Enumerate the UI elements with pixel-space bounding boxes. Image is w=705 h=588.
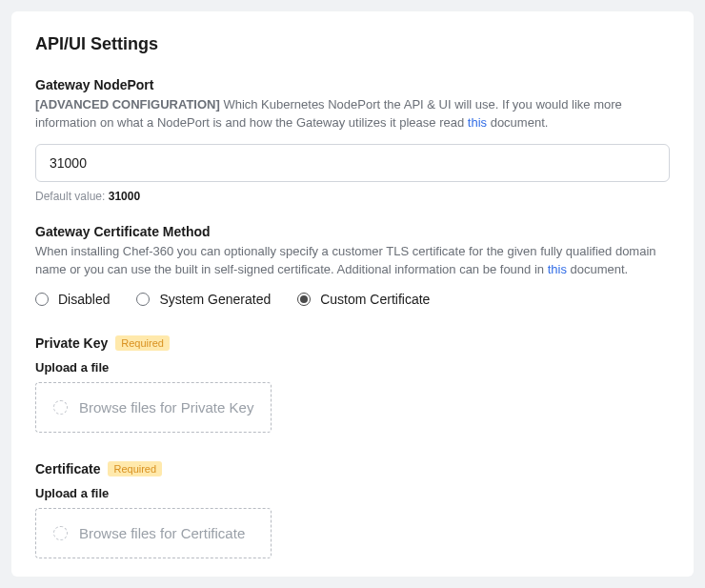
nodeport-input[interactable] [35,144,670,182]
certmethod-doc-link[interactable]: this [548,262,567,276]
nodeport-doc-link[interactable]: this [468,115,487,130]
nodeport-default-hint: Default value: 31000 [35,190,670,203]
radio-disabled[interactable]: Disabled [35,292,110,307]
radio-icon-selected [297,293,311,306]
certificate-header: Certificate Required [35,461,670,476]
certificate-title: Certificate [35,461,100,476]
certmethod-label: Gateway Certificate Method [35,224,670,239]
required-badge: Required [115,335,170,351]
radio-label-system: System Generated [159,292,271,307]
nodeport-section: Gateway NodePort [ADVANCED CONFIGURATION… [35,77,670,203]
private-key-dropzone[interactable]: Browse files for Private Key [35,382,272,433]
certificate-section: Certificate Required Upload a file Brows… [35,461,670,558]
page-title: API/UI Settings [35,34,670,54]
radio-icon [35,293,49,306]
radio-custom-certificate[interactable]: Custom Certificate [297,292,430,307]
default-value: 31000 [109,190,140,203]
upload-label: Upload a file [35,360,670,375]
certmethod-description: When installing Chef-360 you can optiona… [35,243,670,279]
radio-dot-icon [300,295,308,303]
nodeport-desc-part2: document. [487,115,548,130]
nodeport-label: Gateway NodePort [35,77,670,92]
radio-icon [136,293,150,306]
certmethod-desc-part2: document. [567,262,628,276]
required-badge: Required [108,461,162,476]
nodeport-description: [ADVANCED CONFIGURATION] Which Kubernete… [35,96,670,132]
private-key-browse-text: Browse files for Private Key [79,399,253,416]
certmethod-radio-group: Disabled System Generated Custom Certifi… [35,292,670,307]
certificate-dropzone[interactable]: Browse files for Certificate [35,508,272,558]
radio-label-disabled: Disabled [58,292,110,307]
radio-system-generated[interactable]: System Generated [136,292,271,307]
upload-label: Upload a file [35,486,670,500]
private-key-header: Private Key Required [35,335,670,351]
private-key-title: Private Key [35,335,108,351]
settings-card: API/UI Settings Gateway NodePort [ADVANC… [11,11,694,577]
default-label: Default value: [35,190,109,203]
private-key-section: Private Key Required Upload a file Brows… [35,335,670,433]
certificate-browse-text: Browse files for Certificate [79,525,245,541]
radio-label-custom: Custom Certificate [320,292,430,307]
upload-circle-icon [53,526,68,540]
certmethod-section: Gateway Certificate Method When installi… [35,224,670,308]
advanced-config-tag: [ADVANCED CONFIGURATION] [35,97,220,112]
upload-circle-icon [53,400,68,415]
